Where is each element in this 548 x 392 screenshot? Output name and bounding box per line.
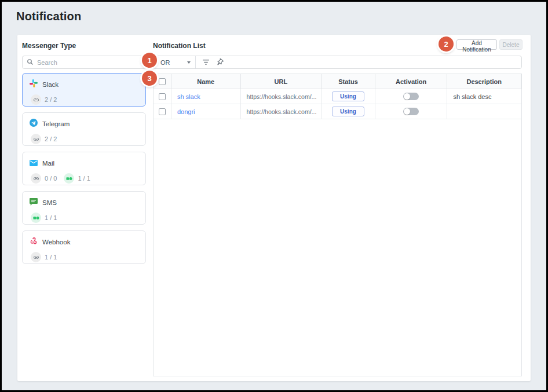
table-row: sh slack https://hooks.slack.com/... Usi… (154, 89, 521, 104)
status-badge[interactable]: Using (332, 107, 364, 116)
toggle-count: 1 / 1 (78, 175, 90, 182)
column-header-description[interactable]: Description (447, 74, 521, 89)
link-count: 1 / 1 (45, 254, 57, 261)
column-header-url[interactable]: URL (241, 74, 322, 89)
link-count: 2 / 2 (45, 96, 57, 103)
webhook-icon (30, 237, 38, 247)
telegram-icon (30, 119, 38, 129)
column-header-name[interactable]: Name (171, 74, 241, 89)
mail-icon (30, 158, 38, 168)
main-card: Messenger Type Slack (17, 35, 531, 381)
list-toolbar: OR (153, 56, 522, 69)
notification-url: https://hooks.slack.com/... (247, 108, 317, 115)
search-icon (27, 57, 34, 68)
row-checkbox[interactable] (159, 108, 166, 115)
messenger-item-sms[interactable]: SMS 1 / 1 (22, 191, 146, 225)
sms-icon (30, 197, 38, 208)
toggle-count: 1 / 1 (45, 214, 57, 221)
toggle-count-icon (64, 173, 74, 184)
link-count-icon (31, 94, 41, 105)
chevron-down-icon (187, 61, 191, 64)
link-count-icon (31, 173, 41, 184)
annotation-marker-1: 1 (142, 53, 157, 68)
messenger-item-label: SMS (42, 199, 57, 206)
notification-description: sh slack desc (453, 93, 491, 100)
search-input[interactable] (37, 59, 141, 66)
messenger-type-label: Messenger Type (22, 42, 76, 50)
messenger-item-label: Mail (42, 160, 54, 167)
notification-name-link[interactable]: sh slack (177, 93, 200, 100)
delete-button[interactable]: Delete (499, 39, 523, 50)
messenger-item-label: Telegram (42, 120, 70, 127)
notification-url: https://hooks.slack.com/... (247, 93, 317, 100)
slack-icon (30, 79, 38, 90)
table-header-row: Name URL Status Activation Description (154, 74, 521, 89)
activation-toggle[interactable] (403, 108, 419, 115)
link-count-icon (31, 134, 41, 144)
notification-table: Name URL Status Activation Description s… (153, 74, 522, 376)
column-header-status[interactable]: Status (322, 74, 375, 89)
messenger-item-webhook[interactable]: Webhook 1 / 1 (22, 230, 146, 264)
column-header-activation[interactable]: Activation (375, 74, 448, 89)
notification-name-link[interactable]: dongri (177, 108, 195, 115)
add-notification-button[interactable]: Add Notification (456, 39, 497, 50)
row-checkbox[interactable] (159, 93, 166, 100)
page-title: Notification (16, 10, 81, 23)
filter-operator-value: OR (160, 59, 170, 66)
messenger-search[interactable] (22, 56, 146, 69)
toggle-count-icon (31, 213, 41, 223)
filter-icon[interactable] (202, 59, 210, 65)
pin-icon[interactable] (216, 58, 224, 66)
messenger-item-telegram[interactable]: Telegram 2 / 2 (22, 112, 146, 146)
notification-list-label: Notification List (153, 42, 206, 50)
filter-operator-select[interactable]: OR (154, 56, 196, 68)
link-count-icon (31, 252, 41, 262)
messenger-item-slack[interactable]: Slack 2 / 2 (22, 73, 146, 107)
annotation-marker-2: 2 (439, 36, 454, 52)
link-count: 0 / 0 (45, 175, 57, 182)
messenger-item-label: Slack (42, 81, 59, 88)
select-all-checkbox[interactable] (159, 78, 166, 85)
status-badge[interactable]: Using (332, 91, 364, 101)
messenger-item-label: Webhook (42, 239, 70, 246)
annotation-marker-3: 3 (142, 71, 157, 86)
table-row: dongri https://hooks.slack.com/... Using (154, 104, 521, 119)
messenger-item-mail[interactable]: Mail 0 / 0 1 / 1 (22, 152, 146, 185)
link-count: 2 / 2 (45, 135, 57, 142)
activation-toggle[interactable] (403, 93, 419, 100)
screen: Notification Messenger Type (0, 0, 548, 392)
